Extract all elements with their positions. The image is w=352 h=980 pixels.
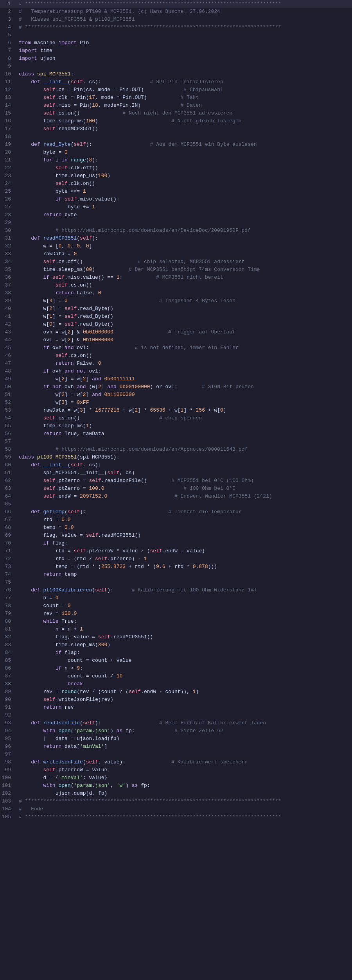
code-line: 80 while True: (0, 618, 352, 625)
line-number: 36 (0, 274, 16, 281)
line-content: break (16, 680, 352, 688)
line-number: 77 (0, 594, 16, 602)
line-content: w[2] = self.read_Byte() (16, 305, 352, 313)
line-number: 99 (0, 766, 16, 774)
line-content: count = 0 (16, 602, 352, 610)
line-number: 37 (0, 281, 16, 289)
code-line: 38 return False, 0 (0, 289, 352, 297)
line-number: 47 (0, 360, 16, 367)
line-content: return rev (16, 704, 352, 711)
code-line: 98 def writeJsonFile(self, value): # Kal… (0, 758, 352, 766)
line-number: 40 (0, 305, 16, 313)
line-content: if self.miso.value(): (16, 195, 352, 203)
line-content: rtd = (rtd / self.ptZerro) - 1 (16, 555, 352, 563)
line-number: 53 (0, 407, 16, 414)
line-number: 89 (0, 688, 16, 696)
code-line: 62 self.ptZerro = self.readJsonFile() # … (0, 477, 352, 485)
line-content: self.writeJsonFile(rev) (16, 696, 352, 704)
line-content: time.sleep_ms(300) (16, 641, 352, 649)
line-content: import ujson (16, 55, 352, 63)
code-line: 57 (0, 438, 352, 446)
line-content: def readMCP3551(self): (16, 235, 352, 242)
line-content: flag, value = self.readMCP3551() (16, 532, 352, 539)
line-number: 66 (0, 508, 16, 516)
line-number: 25 (0, 188, 16, 195)
code-line: 39 w[3] = 0 # Insgesamt 4 Bytes lesen (0, 297, 352, 305)
line-content: # Klasse spi_MCP3551 & pt100_MCP3551 (16, 16, 352, 23)
line-number: 11 (0, 78, 16, 86)
code-line: 44 ovl = w[2] & 0b10000000 (0, 336, 352, 344)
line-content: return True, rawData (16, 430, 352, 438)
code-line: 24 self.clk.on() (0, 180, 352, 188)
code-line: 85 count = count + value (0, 657, 352, 665)
code-line: 19 def read_Byte(self): # Aus dem MCP355… (0, 141, 352, 149)
line-number: 34 (0, 258, 16, 266)
line-content: def __init__(self, cs): (16, 461, 352, 469)
line-number: 67 (0, 516, 16, 524)
line-content: # **************************************… (16, 0, 352, 8)
line-number: 71 (0, 547, 16, 555)
line-content: ovh = w[2] & 0b01000000 # Trigger auf Üb… (16, 328, 352, 336)
line-content: w[0] = self.read_Byte() (16, 321, 352, 328)
line-content: w[3] = 0 # Insgesamt 4 Bytes lesen (16, 297, 352, 305)
line-number: 31 (0, 235, 16, 242)
line-content: byte = 0 (16, 149, 352, 156)
line-content: self.ptZerro = self.readJsonFile() # MCP… (16, 477, 352, 485)
line-number: 4 (0, 23, 16, 31)
code-line: 83 time.sleep_ms(300) (0, 641, 352, 649)
line-number: 20 (0, 149, 16, 156)
code-line: 3# Klasse spi_MCP3551 & pt100_MCP3551 (0, 16, 352, 23)
code-line: 65 (0, 500, 352, 508)
code-line: 28 return byte (0, 211, 352, 219)
line-number: 94 (0, 727, 16, 735)
code-line: 7import time (0, 47, 352, 55)
line-content: # **************************************… (16, 797, 352, 805)
line-number: 74 (0, 571, 16, 579)
code-line: 69 flag, value = self.readMCP3551() (0, 532, 352, 539)
code-line: 22 self.clk.off() (0, 164, 352, 172)
line-content: def pt100Kalibrieren(self): # Kalibrieru… (16, 586, 352, 594)
code-line: 2# Temperaturmessung PT100 & MCP3551. (c… (0, 8, 352, 16)
code-line: 100 d = {'minVal': value} (0, 774, 352, 782)
line-number: 29 (0, 219, 16, 227)
line-content: temp = (rtd * (255.8723 + rtd * (9.6 + r… (16, 563, 352, 571)
code-line: 51 w[2] = w[2] and 0b11000000 (0, 391, 352, 399)
line-number: 1 (0, 0, 16, 8)
line-content: self.cs.on() (16, 352, 352, 360)
line-number: 2 (0, 8, 16, 16)
line-content: def getTemp(self): # liefert die Tempera… (16, 508, 352, 516)
line-number: 63 (0, 485, 16, 493)
code-line: 52 w[3] = 0xFF (0, 399, 352, 407)
line-number: 13 (0, 94, 16, 102)
code-line: 95 | data = ujson.load(fp) (0, 735, 352, 743)
code-line: 78 count = 0 (0, 602, 352, 610)
code-line: 105# ***********************************… (0, 813, 352, 821)
line-number: 39 (0, 297, 16, 305)
line-content: self.cs = Pin(cs, mode = Pin.OUT) # Chip… (16, 86, 352, 94)
line-number: 41 (0, 313, 16, 321)
code-line: 40 w[2] = self.read_Byte() (0, 305, 352, 313)
line-content: temp = 0.0 (16, 524, 352, 532)
line-number: 62 (0, 477, 16, 485)
code-line: 33 rawData = 0 (0, 250, 352, 258)
code-line: 9 (0, 63, 352, 70)
line-number: 14 (0, 102, 16, 109)
code-line: 81 n = n + 1 (0, 625, 352, 633)
line-content: # Temperaturmessung PT100 & MCP3551. (c)… (16, 8, 352, 16)
line-number: 6 (0, 39, 16, 47)
line-number: 104 (0, 805, 16, 813)
line-number: 49 (0, 375, 16, 383)
line-number: 61 (0, 469, 16, 477)
code-line: 23 time.sleep_us(100) (0, 172, 352, 180)
line-number: 17 (0, 125, 16, 133)
code-line: 64 self.endW = 2097152.0 # Endwert Wandl… (0, 493, 352, 500)
line-content: n = 0 (16, 594, 352, 602)
code-line: 42 w[0] = self.read_Byte() (0, 321, 352, 328)
code-line: 27 byte += 1 (0, 203, 352, 211)
code-line: 59class pt100_MCP3551(spi_MCP3551): (0, 453, 352, 461)
line-number: 24 (0, 180, 16, 188)
code-line: 14 self.miso = Pin(18, mode=Pin.IN) # Da… (0, 102, 352, 109)
line-number: 23 (0, 172, 16, 180)
code-line: 53 rawData = w[3] * 16777216 + w[2] * 65… (0, 407, 352, 414)
line-number: 16 (0, 117, 16, 125)
